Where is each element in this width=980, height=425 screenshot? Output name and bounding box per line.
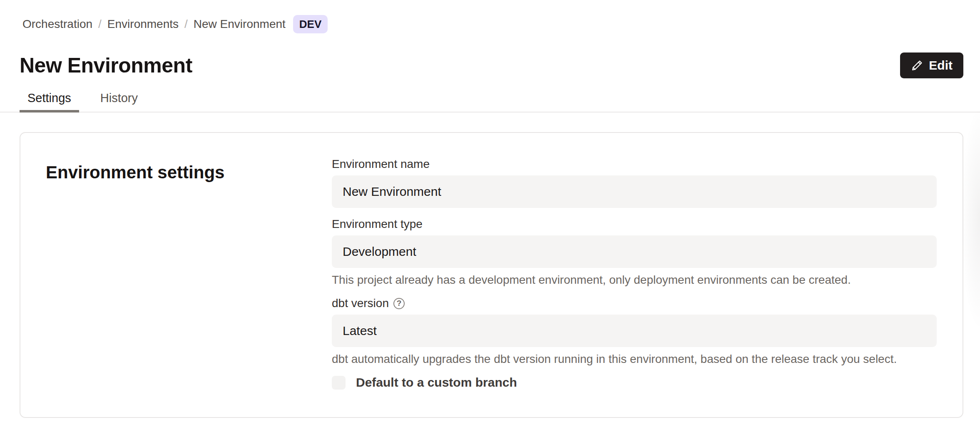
environment-name-label: Environment name	[332, 157, 937, 171]
card-form-column: Environment name New Environment Environ…	[332, 157, 937, 390]
env-dev-badge: DEV	[293, 15, 328, 33]
edit-button-label: Edit	[929, 58, 953, 72]
field-group-environment-type: Environment type Development This projec…	[332, 217, 937, 287]
breadcrumb-separator: /	[184, 17, 188, 31]
breadcrumb: Orchestration / Environments / New Envir…	[0, 0, 980, 33]
dbt-version-input[interactable]: Latest	[332, 315, 937, 347]
page-title: New Environment	[20, 53, 192, 78]
dbt-version-label: dbt version	[332, 296, 937, 310]
section-heading: Environment settings	[46, 162, 332, 183]
field-group-dbt-version: dbt version Latest dbt automatically upg…	[332, 296, 937, 366]
custom-branch-label: Default to a custom branch	[356, 375, 517, 390]
dbt-version-label-text: dbt version	[332, 296, 389, 310]
environment-settings-card: Environment settings Environment name Ne…	[20, 132, 963, 418]
environment-type-input[interactable]: Development	[332, 235, 937, 268]
dbt-version-help-text: dbt automatically upgrades the dbt versi…	[332, 352, 937, 366]
field-group-environment-name: Environment name New Environment	[332, 157, 937, 208]
edit-button[interactable]: Edit	[900, 52, 963, 78]
tab-history[interactable]: History	[92, 91, 146, 112]
breadcrumb-separator: /	[98, 17, 102, 31]
page-header: New Environment Edit	[0, 52, 980, 78]
custom-branch-row: Default to a custom branch	[332, 375, 937, 390]
environment-type-label: Environment type	[332, 217, 937, 231]
breadcrumb-item-environments[interactable]: Environments	[107, 17, 179, 31]
custom-branch-checkbox[interactable]	[332, 376, 346, 390]
card-left-column: Environment settings	[46, 157, 332, 390]
tab-settings[interactable]: Settings	[20, 91, 79, 112]
breadcrumb-item-current: New Environment	[194, 17, 286, 31]
breadcrumb-item-orchestration[interactable]: Orchestration	[22, 17, 92, 31]
environment-type-help-text: This project already has a development e…	[332, 273, 937, 287]
tab-bar: Settings History	[0, 91, 980, 112]
pencil-icon	[911, 59, 923, 72]
help-icon[interactable]	[393, 298, 405, 309]
environment-name-input[interactable]: New Environment	[332, 175, 937, 208]
